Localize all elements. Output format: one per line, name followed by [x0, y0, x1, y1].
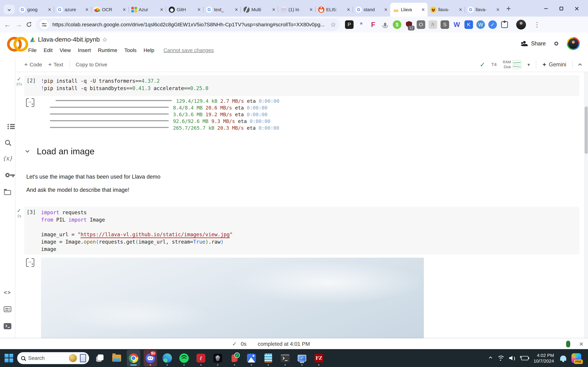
secrets-button[interactable] [5, 173, 10, 177]
browser-tab[interactable]: Gazure× [54, 3, 91, 17]
notebook-title[interactable]: Llava-demo-4bit.ipynb [38, 36, 100, 43]
check-extension[interactable]: ✓ [488, 20, 497, 29]
star-notebook-icon[interactable]: ☆ [102, 36, 107, 43]
code-cell[interactable]: [2] !pip install -q -U transformers==4.3… [24, 75, 579, 96]
taskbar-clock[interactable]: 4:02 PM 10/7/2024 [534, 352, 554, 364]
collapse-toolbar-chevron[interactable] [578, 63, 582, 67]
copilot-button[interactable]: PRE [571, 353, 581, 363]
s-extension[interactable]: S [441, 20, 449, 29]
maximize-restore-button[interactable] [560, 7, 563, 10]
collapse-section-chevron[interactable] [26, 149, 29, 152]
code-snippets-button[interactable]: <> [4, 290, 11, 295]
taskbar-app-checkapp[interactable] [228, 350, 241, 366]
code-editor[interactable]: import requestsfrom PIL import Image ima… [41, 209, 576, 253]
search-highlight-plaque-image[interactable] [80, 354, 86, 362]
taskbar-app-discord[interactable]: 9+ [144, 350, 157, 366]
menu-insert[interactable]: Insert [78, 47, 91, 53]
taskbar-app-chrome[interactable] [127, 350, 140, 366]
tab-close-button[interactable]: × [197, 7, 201, 12]
taskbar-app-notepad[interactable] [261, 350, 275, 366]
back-button[interactable]: ← [4, 21, 11, 28]
cell-output-icon[interactable]: → ▾ [26, 98, 34, 106]
tab-close-button[interactable]: × [235, 7, 238, 12]
variables-button[interactable]: {x} [2, 155, 13, 161]
url-text[interactable]: https://colab.research.google.com/drive/… [52, 22, 327, 27]
site-settings-chip[interactable] [40, 20, 49, 29]
code-editor[interactable]: !pip install -q -U transformers==4.37.2!… [41, 77, 576, 92]
browser-tab[interactable]: llava-× [428, 3, 465, 17]
address-bar[interactable]: https://colab.research.google.com/drive/… [36, 18, 340, 31]
reload-button[interactable] [26, 21, 32, 28]
taskbar-app-edge[interactable] [160, 350, 174, 366]
add-text-cell-button[interactable]: + Text [48, 61, 63, 67]
start-button[interactable] [5, 354, 13, 362]
tab-close-button[interactable]: × [272, 7, 275, 12]
taskbar-search-box[interactable]: Search [17, 352, 89, 364]
window-close-button[interactable]: × [575, 5, 579, 13]
taskbar-app-explorer[interactable] [110, 350, 123, 366]
resource-monitor[interactable]: RAM Disk [503, 60, 521, 69]
menu-help[interactable]: Help [144, 47, 154, 53]
files-button[interactable] [4, 189, 11, 195]
menu-file[interactable]: File [28, 47, 37, 53]
browser-tab[interactable]: ∞Llava× [390, 3, 428, 17]
browser-tab[interactable]: ELI5:× [315, 3, 353, 17]
status-close-button[interactable]: × [579, 340, 583, 348]
notebook-scrollbar[interactable] [584, 72, 588, 338]
copy-to-drive-button[interactable]: Copy to Drive [76, 62, 107, 67]
tab-close-button[interactable]: × [459, 7, 462, 12]
browser-tab[interactable]: GitH× [166, 3, 203, 17]
browser-tab[interactable]: Ggoog× [17, 3, 54, 17]
tab-close-button[interactable]: × [496, 7, 500, 12]
bookmark-star-icon[interactable]: ☆ [330, 21, 336, 28]
p-extension[interactable]: P [345, 20, 354, 29]
add-code-cell-button[interactable]: + Code [24, 61, 42, 67]
taskbar-app-spotify[interactable] [177, 350, 191, 366]
browser-tab[interactable]: Multi× [241, 3, 278, 17]
h-extension[interactable]: h [429, 20, 437, 29]
tab-close-button[interactable]: × [422, 7, 425, 12]
taskbar-app-terminal[interactable] [278, 350, 292, 366]
runtime-dropdown-caret[interactable]: ▾ [527, 62, 530, 67]
search-highlight-medal-image[interactable] [69, 354, 77, 362]
forward-button[interactable]: → [15, 21, 22, 28]
notifications-bell-icon[interactable] [560, 356, 566, 361]
save-status-link[interactable]: Cannot save changes [163, 47, 214, 53]
tab-close-button[interactable]: × [384, 7, 387, 12]
find-replace-button[interactable] [5, 140, 10, 145]
settings-gear-icon[interactable] [554, 42, 558, 46]
tray-overflow-chevron-icon[interactable] [489, 357, 492, 360]
tab-close-button[interactable]: × [160, 7, 163, 12]
snowflake-extension[interactable]: * [357, 20, 365, 29]
tab-close-button[interactable]: × [48, 7, 51, 12]
browser-tab[interactable]: Gllava-× [465, 3, 502, 17]
taskbar-app-obsidian[interactable] [211, 350, 225, 366]
browser-menu-button[interactable]: ⋮ [534, 21, 540, 28]
minimize-button[interactable]: − [544, 5, 548, 12]
gemini-button[interactable]: Gemini [542, 61, 566, 68]
tab-close-button[interactable]: × [123, 7, 126, 12]
terminal-button[interactable] [4, 323, 11, 329]
browser-tab[interactable]: OCR× [91, 3, 129, 17]
taskbar-app-taskview[interactable] [93, 350, 107, 366]
menu-edit[interactable]: Edit [44, 47, 53, 53]
account-avatar[interactable] [567, 37, 580, 50]
menu-runtime[interactable]: Runtime [98, 47, 117, 53]
share-button[interactable]: Share [521, 40, 546, 47]
wifi-icon[interactable] [497, 355, 504, 361]
tab-close-button[interactable]: × [310, 7, 313, 12]
w-red-extension[interactable]: W [452, 20, 461, 29]
taskbar-app-filezilla[interactable] [312, 350, 326, 366]
taskbar-app-acrobat[interactable] [194, 350, 208, 366]
menu-view[interactable]: View [60, 47, 71, 53]
new-tab-button[interactable]: + [506, 4, 511, 13]
o-extension[interactable]: O [417, 20, 425, 29]
puzzle-extension[interactable] [500, 20, 509, 29]
tab-search-button[interactable] [4, 5, 15, 14]
shield-extension[interactable]: 12 [405, 20, 413, 29]
browser-tab[interactable]: Azur× [129, 3, 166, 17]
k-extension[interactable]: K [464, 20, 473, 29]
money-extension[interactable]: $ [393, 20, 401, 29]
battery-charging-icon[interactable] [521, 356, 528, 360]
code-cell[interactable]: [3] import requestsfrom PIL import Image… [24, 207, 579, 254]
